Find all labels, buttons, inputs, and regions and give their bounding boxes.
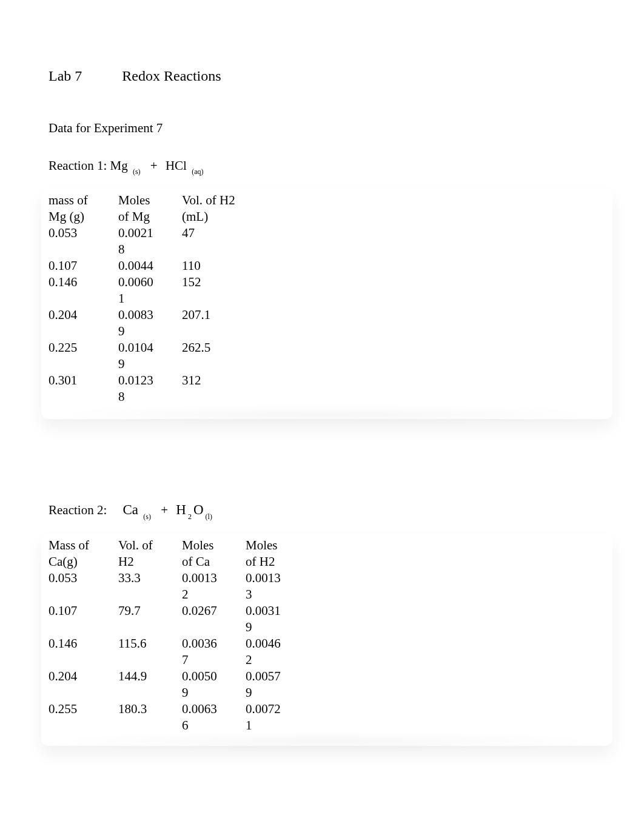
table-row: 2 bbox=[246, 652, 297, 668]
table-row: 47 bbox=[182, 225, 249, 258]
table2-molesH2-header1: Moles bbox=[246, 537, 297, 554]
table-row: 207.1 bbox=[182, 307, 249, 340]
table-row: 0.053 bbox=[49, 570, 109, 603]
table1-col-mass: mass of Mg (g) 0.053 0.107 0.146 0.204 0… bbox=[49, 192, 109, 405]
table-row: 0.0044 bbox=[118, 258, 167, 274]
table-row: 0.255 bbox=[49, 701, 109, 734]
reaction2-compound2-sub: 2 bbox=[186, 512, 193, 521]
table2-molesCa-header1: Moles bbox=[182, 537, 233, 554]
table-row: 2 bbox=[182, 586, 233, 603]
table1-vol-header2: (mL) bbox=[182, 209, 249, 225]
reaction2-compound1: Ca bbox=[122, 502, 138, 517]
table-row: 0.204 bbox=[49, 668, 109, 701]
lab-header: Lab 7 Redox Reactions bbox=[49, 67, 595, 85]
table2-mass-header2: Ca(g) bbox=[49, 554, 109, 570]
table1-col-volume: Vol. of H2 (mL) 47 110 152 207.1 262.5 3… bbox=[182, 192, 249, 405]
reaction1-prefix: Reaction 1: Mg bbox=[49, 158, 128, 173]
table-row: 0.0057 bbox=[246, 668, 297, 685]
table-row: 0.0013 bbox=[182, 570, 233, 586]
table-row: 9 bbox=[118, 323, 167, 340]
reaction1-table: mass of Mg (g) 0.053 0.107 0.146 0.204 0… bbox=[49, 192, 595, 411]
section-title: Data for Experiment 7 bbox=[49, 120, 595, 136]
reaction2-sub1: (s) bbox=[141, 512, 153, 521]
table-row: 8 bbox=[118, 241, 167, 258]
table-row: 0.0083 bbox=[118, 307, 167, 323]
table-row: 115.6 bbox=[118, 635, 173, 668]
table-row: 0.0013 bbox=[246, 570, 297, 586]
table-row: 0.301 bbox=[49, 372, 109, 405]
table2-molesH2-header2: of H2 bbox=[246, 554, 297, 570]
table-row: 0.204 bbox=[49, 307, 109, 340]
table-row: 9 bbox=[246, 685, 297, 701]
reaction2-compound2-o: O bbox=[193, 502, 204, 517]
reaction-2-heading: Reaction 2: Ca (s) + H2O(l) bbox=[49, 501, 595, 520]
table1-moles-header2: of Mg bbox=[118, 209, 167, 225]
table-row: 0.107 bbox=[49, 603, 109, 635]
table-row: 9 bbox=[182, 685, 233, 701]
table-row: 180.3 bbox=[118, 701, 173, 734]
table-row: 79.7 bbox=[118, 603, 173, 635]
table-row: 0.0267 bbox=[182, 603, 233, 635]
table2-vol-header2: H2 bbox=[118, 554, 173, 570]
lab-number: Lab 7 bbox=[49, 67, 82, 85]
table-row: 0.0072 bbox=[246, 701, 297, 717]
table-row: 0.053 bbox=[49, 225, 109, 258]
reaction1-sub1: (s) bbox=[131, 167, 143, 176]
table-row: 0.0031 bbox=[246, 603, 297, 619]
table-row: 0.0123 bbox=[118, 372, 167, 389]
reaction2-prefix: Reaction 2: bbox=[49, 503, 107, 517]
table-row: 7 bbox=[182, 652, 233, 668]
table-row: 312 bbox=[182, 372, 249, 405]
reaction1-sub2: (aq) bbox=[190, 167, 205, 176]
table-row: 9 bbox=[246, 619, 297, 635]
table1-vol-header1: Vol. of H2 bbox=[182, 192, 249, 209]
table1-mass-header1: mass of bbox=[49, 192, 109, 209]
table-row: 1 bbox=[246, 717, 297, 734]
reaction-1-heading: Reaction 1: Mg (s) + HCl (aq) bbox=[49, 158, 595, 175]
reaction2-plus: + bbox=[156, 503, 173, 517]
table2-col-moles-ca: Moles of Ca 0.0013 2 0.0267 0.0036 7 0.0… bbox=[182, 537, 233, 734]
table-row: 0.0060 bbox=[118, 274, 167, 290]
table1-moles-header1: Moles bbox=[118, 192, 167, 209]
reaction2-compound2-h: H bbox=[176, 502, 186, 517]
table-row: 0.0050 bbox=[182, 668, 233, 685]
table2-col-moles-h2: Moles of H2 0.0013 3 0.0031 9 0.0046 2 0… bbox=[246, 537, 297, 734]
table-row: 152 bbox=[182, 274, 249, 307]
table-row: 0.0063 bbox=[182, 701, 233, 717]
table-row: 0.0104 bbox=[118, 340, 167, 356]
table-row: 262.5 bbox=[182, 340, 249, 372]
table-row: 0.0036 bbox=[182, 635, 233, 652]
reaction2-table: Mass of Ca(g) 0.053 0.107 0.146 0.204 0.… bbox=[49, 537, 595, 737]
table-row: 0.146 bbox=[49, 635, 109, 668]
table-row: 0.107 bbox=[49, 258, 109, 274]
table2-molesCa-header2: of Ca bbox=[182, 554, 233, 570]
table-row: 110 bbox=[182, 258, 249, 274]
table-row: 1 bbox=[118, 290, 167, 307]
lab-title: Redox Reactions bbox=[122, 68, 221, 84]
table-row: 0.225 bbox=[49, 340, 109, 372]
table-row: 9 bbox=[118, 356, 167, 372]
table-row: 0.0021 bbox=[118, 225, 167, 241]
table-row: 33.3 bbox=[118, 570, 173, 603]
table-row: 0.146 bbox=[49, 274, 109, 307]
table2-col-mass: Mass of Ca(g) 0.053 0.107 0.146 0.204 0.… bbox=[49, 537, 109, 734]
table2-col-volume: Vol. of H2 33.3 79.7 115.6 144.9 180.3 bbox=[118, 537, 173, 734]
table1-mass-header2: Mg (g) bbox=[49, 209, 109, 225]
reaction1-plus: + bbox=[146, 158, 163, 173]
table-row: 0.0046 bbox=[246, 635, 297, 652]
table-row: 6 bbox=[182, 717, 233, 734]
table2-mass-header1: Mass of bbox=[49, 537, 109, 554]
reaction2-sub2: (l) bbox=[204, 512, 214, 521]
table2-vol-header1: Vol. of bbox=[118, 537, 173, 554]
table-row: 8 bbox=[118, 389, 167, 405]
table1-col-moles: Moles of Mg 0.0021 8 0.0044 0.0060 1 0.0… bbox=[118, 192, 167, 405]
table-row: 3 bbox=[246, 586, 297, 603]
reaction1-compound2: HCl bbox=[166, 158, 187, 173]
table-row: 144.9 bbox=[118, 668, 173, 701]
